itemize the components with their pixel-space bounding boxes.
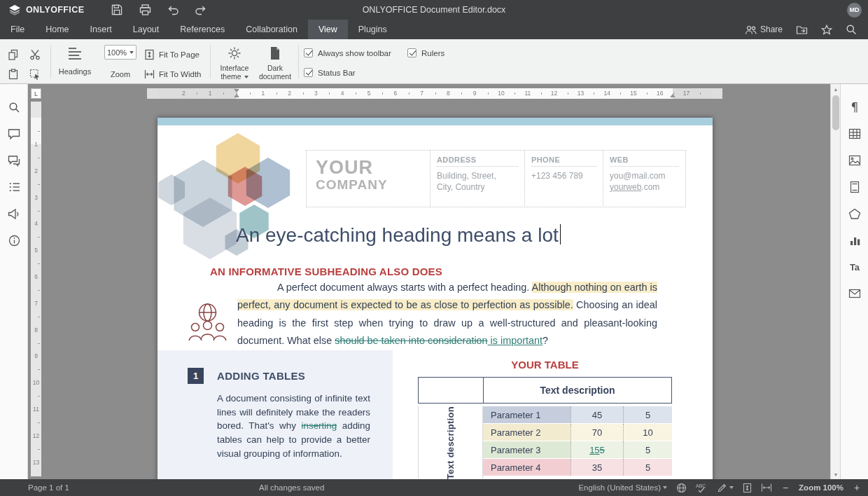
- page-icon: [850, 181, 860, 193]
- open-file-location-button[interactable]: [796, 25, 808, 35]
- document-page[interactable]: YOUR COMPANY ADDRESS Building, Street, C…: [158, 118, 713, 479]
- document-table[interactable]: Text description Text description Parame…: [418, 377, 672, 479]
- text-cursor: [560, 224, 561, 244]
- feedback-panel-button[interactable]: [4, 204, 24, 223]
- tab-collaboration[interactable]: Collaboration: [235, 20, 308, 39]
- chevron-down-icon: [130, 51, 134, 54]
- ruler-number: 16: [657, 90, 663, 97]
- ruler-tick: [197, 92, 197, 95]
- status-bar-checkbox[interactable]: Status Bar: [304, 68, 356, 77]
- fit-to-width-icon: [761, 483, 772, 492]
- zoom-caption: Zoom: [104, 70, 136, 78]
- ruler-number: 12: [551, 90, 557, 97]
- language-selector[interactable]: English (United States): [578, 479, 667, 496]
- document-heading: An eye-catching heading means a lot: [236, 224, 561, 247]
- toolbar-separator: [50, 45, 51, 78]
- checkbox-checked-icon: [304, 68, 313, 77]
- deleted-text: should be taken into consideration: [335, 335, 487, 346]
- left-sidebar: [0, 84, 28, 479]
- paragraph-settings-button[interactable]: ¶: [845, 97, 864, 117]
- text-art-settings-button[interactable]: Ta: [845, 257, 864, 277]
- mail-merge-button[interactable]: [845, 284, 864, 303]
- ruler-tick: [382, 92, 383, 95]
- ruler-tick: [237, 92, 237, 95]
- paste-button[interactable]: [4, 65, 22, 83]
- fit-to-width-button[interactable]: Fit To Width: [144, 66, 202, 83]
- text-art-icon: Ta: [850, 262, 860, 273]
- scroll-up-icon[interactable]: ▲: [831, 84, 840, 94]
- ruler-number: 11: [31, 406, 41, 413]
- about-panel-button[interactable]: [4, 230, 24, 250]
- right-sidebar: ¶: [840, 84, 868, 479]
- ruler-number: 4: [31, 220, 41, 227]
- page-indicator[interactable]: Page 1 of 1: [28, 479, 69, 496]
- tab-layout[interactable]: Layout: [122, 20, 170, 39]
- cut-button[interactable]: [26, 46, 44, 64]
- fit-page-button[interactable]: [743, 483, 752, 493]
- ruler-number: 7: [420, 90, 424, 97]
- tab-references[interactable]: References: [169, 20, 235, 39]
- inserted-text: is important: [488, 335, 542, 346]
- document-title: ONLYOFFICE Document Editor.docx: [363, 5, 506, 15]
- header-footer-settings-button[interactable]: [845, 177, 864, 197]
- print-button[interactable]: [136, 1, 154, 19]
- document-canvas[interactable]: L 211234567891011121314151617 1234567891…: [28, 84, 840, 479]
- favorite-button[interactable]: [821, 25, 832, 35]
- table-title: YOUR TABLE: [418, 359, 672, 371]
- navigation-panel-button[interactable]: [4, 177, 24, 197]
- shape-settings-button[interactable]: [845, 204, 864, 223]
- vertical-ruler[interactable]: 12345678910111213: [31, 102, 41, 476]
- ruler-number: 7: [31, 300, 41, 307]
- scrollbar-thumb[interactable]: [832, 95, 839, 130]
- horizontal-ruler[interactable]: 211234567891011121314151617: [147, 88, 722, 99]
- scroll-down-icon[interactable]: ▼: [831, 469, 840, 479]
- zoom-level: Zoom 100%: [799, 483, 844, 492]
- comments-panel-button[interactable]: [4, 124, 24, 144]
- vertical-scrollbar[interactable]: ▲ ▼: [830, 84, 840, 479]
- search-icon: [8, 102, 20, 113]
- zoom-in-button[interactable]: +: [853, 482, 861, 493]
- search-panel-button[interactable]: [4, 97, 24, 117]
- envelope-icon: [848, 289, 861, 298]
- track-changes-button[interactable]: [717, 483, 734, 493]
- interface-theme-button[interactable]: Interface theme: [214, 43, 255, 81]
- document-language-button[interactable]: [676, 483, 687, 493]
- tab-file[interactable]: File: [0, 20, 35, 39]
- tab-plugins[interactable]: Plugins: [348, 20, 398, 39]
- share-button[interactable]: Share: [745, 25, 783, 35]
- tab-insert[interactable]: Insert: [80, 20, 122, 39]
- fit-width-button[interactable]: [761, 483, 772, 492]
- rulers-checkbox[interactable]: Rulers: [407, 48, 444, 57]
- headings-icon: [67, 46, 83, 60]
- user-avatar[interactable]: MD: [847, 3, 862, 18]
- ruler-number: 6: [31, 273, 41, 280]
- redo-button[interactable]: [192, 1, 210, 19]
- search-button[interactable]: [846, 24, 857, 35]
- copy-button[interactable]: [4, 46, 22, 64]
- ruler-tick: [38, 290, 40, 291]
- onlyoffice-logo-icon: [8, 4, 21, 15]
- image-settings-button[interactable]: [845, 151, 864, 170]
- tab-home[interactable]: Home: [35, 20, 79, 39]
- always-show-toolbar-checkbox[interactable]: Always show toolbar: [304, 48, 391, 57]
- ruler-tick: [488, 92, 489, 95]
- zoom-out-button[interactable]: −: [781, 482, 790, 493]
- select-all-button[interactable]: [26, 65, 44, 83]
- ruler-number: 14: [603, 90, 610, 97]
- undo-button[interactable]: [164, 1, 182, 19]
- save-button[interactable]: [108, 1, 126, 19]
- headings-button[interactable]: Headings: [56, 43, 94, 80]
- chat-panel-button[interactable]: [4, 151, 24, 170]
- zoom-dropdown[interactable]: 100%: [104, 45, 136, 60]
- ruler-tick: [38, 343, 40, 344]
- chart-settings-button[interactable]: [845, 230, 864, 250]
- ruler-tick: [673, 92, 674, 95]
- dark-document-button[interactable]: Dark document: [255, 43, 295, 81]
- svg-text:ABC: ABC: [696, 483, 706, 488]
- table-settings-button[interactable]: [845, 124, 864, 144]
- tab-view[interactable]: View: [308, 20, 348, 39]
- spell-check-button[interactable]: ABC: [696, 483, 708, 493]
- ruler-number: 17: [683, 90, 690, 97]
- tab-stop-selector[interactable]: L: [31, 88, 41, 99]
- fit-to-page-button[interactable]: Fit To Page: [144, 46, 200, 63]
